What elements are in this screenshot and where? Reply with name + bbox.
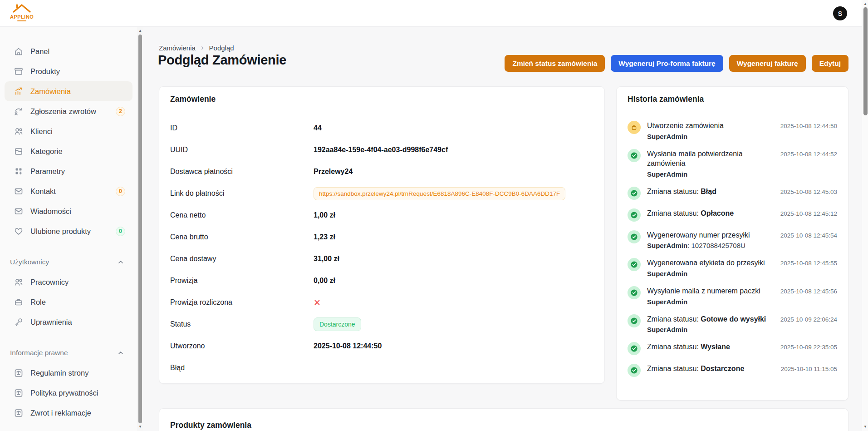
sidebar-scrollbar[interactable]: ▲ ▼ (137, 27, 143, 431)
scroll-up-arrow-icon[interactable]: ▲ (137, 28, 143, 34)
products-card-title: Produkty zamówienia (159, 409, 848, 431)
scroll-down-arrow-icon[interactable]: ▼ (137, 424, 143, 430)
history-timestamp: 2025-10-08 12:44:52 (780, 149, 837, 178)
history-item: Wysyłanie maila z numerem paczki SuperAd… (628, 286, 837, 306)
chevron-up-icon (116, 258, 125, 267)
sidebar-item-parametry[interactable]: Parametry (5, 161, 132, 181)
user-avatar[interactable]: S (833, 6, 847, 20)
scroll-down-arrow-icon[interactable]: ▼ (862, 424, 868, 430)
applino-logo[interactable]: APPLINO (10, 3, 34, 21)
sidebar-item-zgloszenia-zwrotow[interactable]: Zgłoszenia zwrotów 2 (5, 101, 132, 121)
check-circle-icon (628, 342, 641, 355)
check-circle-icon (628, 286, 641, 299)
section-label: Informacje prawne (10, 349, 68, 357)
sidebar-item-regulamin-strony[interactable]: Regulamin strony (5, 363, 132, 383)
order-row-payment-provider: Dostawca płatności Przelewy24 (159, 161, 604, 183)
sidebar-item-ulubione-produkty[interactable]: Ulubione produkty 0 (5, 221, 132, 241)
order-card-title: Zamówienie (159, 87, 604, 111)
page-title: Podgląd Zamówienie (158, 53, 286, 68)
sidebar-item-label: Produkty (30, 67, 60, 76)
sidebar-item-polityka-prywatnosci[interactable]: Polityka prywatności (5, 383, 132, 403)
row-label: Prowizja (170, 277, 314, 285)
section-label: Użytkownicy (10, 258, 49, 266)
scroll-up-arrow-icon[interactable]: ▲ (862, 1, 868, 7)
payment-link[interactable]: https://sandbox.przelewy24.pl/trnRequest… (314, 187, 565, 200)
breadcrumb-chevron-icon: › (201, 43, 204, 52)
kontakt-count-badge: 0 (116, 187, 125, 196)
sidebar-item-label: Role (30, 298, 46, 307)
history-item: Wysłania maila potwierdzenia zamówienia … (628, 149, 837, 178)
generate-proforma-invoice-button[interactable]: Wygeneruj Pro-forma fakturę (611, 55, 723, 72)
row-label: Prowizja rozliczona (170, 298, 314, 307)
history-item: Wygenerowana etykieta do przesyłki Super… (628, 258, 837, 277)
row-label: Utworzono (170, 342, 314, 350)
history-item: Zmiana statusu: Błąd 2025-10-08 12:45:03 (628, 187, 837, 200)
categories-icon (14, 146, 24, 156)
order-row-delivery-price: Cena dostawy 31,00 zł (159, 248, 604, 270)
orders-chart-icon (14, 86, 24, 96)
history-timestamp: 2025-10-08 12:45:54 (780, 230, 837, 250)
sidebar-item-label: Regulamin strony (30, 369, 88, 377)
history-item: Zmiana statusu: Wysłane 2025-10-09 22:35… (628, 342, 837, 355)
sidebar-item-zamowienia[interactable]: Zamówienia (5, 81, 132, 101)
sidebar-item-klienci[interactable]: Klienci (5, 121, 132, 141)
sidebar-item-label: Zgłoszenia zwrotów (30, 107, 96, 116)
history-timestamp: 2025-10-08 12:45:55 (780, 258, 837, 277)
row-label: Dostawca płatności (170, 168, 314, 176)
sidebar-item-kontakt[interactable]: Kontakt 0 (5, 181, 132, 201)
key-icon (14, 317, 24, 327)
sidebar-item-label: Parametry (30, 167, 65, 176)
page-scrollbar[interactable]: ▲ ▼ (862, 0, 868, 431)
row-label: Status (170, 320, 314, 328)
sidebar-item-uprawnienia[interactable]: Uprawnienia (5, 312, 132, 332)
sidebar-item-panel[interactable]: Panel (5, 41, 132, 61)
sidebar-section-uzytkownicy[interactable]: Użytkownicy (5, 252, 132, 272)
sidebar-item-label: Polityka prywatności (30, 389, 98, 397)
sidebar-scrollbar-thumb[interactable] (138, 35, 142, 423)
order-row-payment-link: Link do płatności https://sandbox.przele… (159, 183, 604, 204)
logo-roof-icon (12, 3, 32, 13)
history-item: Zmiana statusu: Gotowe do wysyłki SuperA… (628, 314, 837, 334)
generate-invoice-button[interactable]: Wygeneruj fakturę (729, 55, 806, 72)
row-label: Cena netto (170, 211, 314, 219)
logo-underline (17, 20, 26, 21)
favorites-count-badge: 0 (116, 227, 125, 236)
sidebar-item-label: Kategorie (30, 147, 63, 156)
row-value: 1,23 zł (314, 233, 335, 241)
sidebar-item-wiadomosci[interactable]: Wiadomości (5, 201, 132, 221)
sidebar-item-zwrot-i-reklamacje[interactable]: Zwrot i reklamacje (5, 403, 132, 423)
briefcase-icon (14, 297, 24, 307)
top-bar: APPLINO S (0, 0, 868, 27)
history-timestamp: 2025-10-08 12:44:50 (780, 121, 837, 140)
breadcrumb-zamowienia[interactable]: Zamówienia (159, 44, 196, 52)
order-row-status: Status Dostarczone (159, 313, 604, 335)
sidebar-item-label: Ulubione produkty (30, 227, 91, 236)
sidebar-item-label: Wiadomości (30, 207, 71, 216)
history-item: Wygenerowany numer przesyłki SuperAdmin:… (628, 230, 837, 250)
sidebar-item-role[interactable]: Role (5, 292, 132, 312)
breadcrumb-podglad[interactable]: Podgląd (209, 44, 234, 52)
edit-button[interactable]: Edytuj (812, 55, 848, 72)
sidebar-item-pracownicy[interactable]: Pracownicy (5, 272, 132, 292)
sidebar-item-label: Klienci (30, 127, 53, 136)
breadcrumb: Zamówienia › Podgląd (159, 43, 234, 52)
row-value: 192aa84e-159e-4f04-ae03-d998f6e749cf (314, 146, 448, 154)
history-card-title: Historia zamówienia (617, 87, 848, 111)
sidebar-section-informacje-prawne[interactable]: Informacje prawne (5, 343, 132, 363)
history-list: Utworzenie zamówienia SuperAdmin 2025-10… (617, 111, 848, 386)
row-label: Cena dostawy (170, 255, 314, 263)
sidebar-item-produkty[interactable]: Produkty (5, 61, 132, 81)
legal-scale-icon (14, 368, 24, 378)
sidebar-item-label: Kontakt (30, 187, 56, 196)
change-order-status-button[interactable]: Zmień status zamówienia (505, 55, 605, 72)
sidebar: Panel Produkty Zamówienia Zgłoszenia zwr… (0, 27, 137, 431)
order-row-commission-settled: Prowizja rozliczona ✕ (159, 292, 604, 313)
users-icon (14, 126, 24, 136)
history-timestamp: 2025-10-09 22:06:24 (780, 314, 837, 334)
sidebar-item-label: Panel (30, 47, 49, 56)
check-circle-icon (628, 314, 641, 327)
returns-count-badge: 2 (116, 107, 125, 116)
history-timestamp: 2025-10-10 11:15:05 (781, 364, 837, 377)
page-scrollbar-thumb[interactable] (863, 7, 868, 115)
sidebar-item-kategorie[interactable]: Kategorie (5, 141, 132, 161)
